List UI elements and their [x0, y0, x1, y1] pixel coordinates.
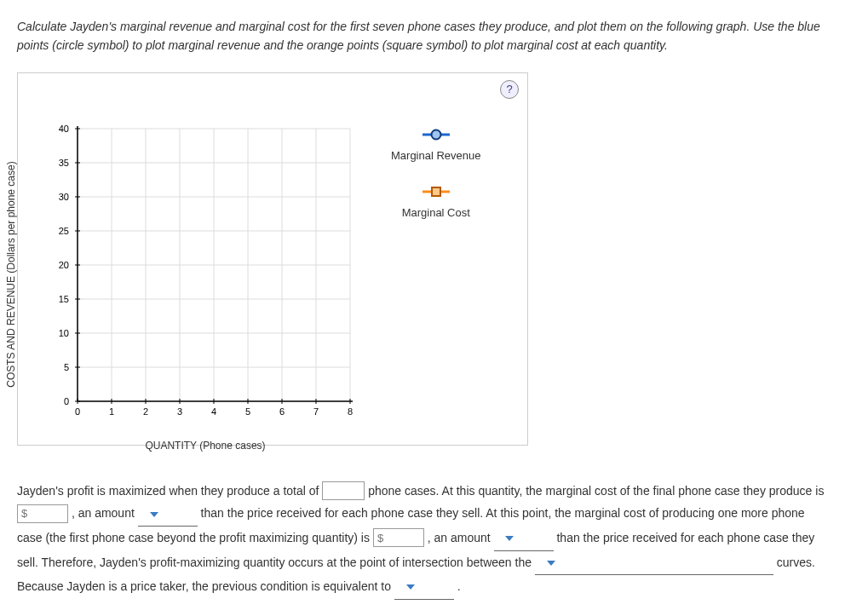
- svg-text:30: 30: [59, 192, 69, 202]
- axis-ticks: [75, 129, 350, 404]
- graph-panel: ? COSTS AND REVENUE (Dollars per phone c…: [17, 72, 528, 446]
- svg-text:40: 40: [59, 124, 69, 134]
- qtext-2: phone cases. At this quantity, the margi…: [368, 484, 824, 498]
- legend-item-mc[interactable]: Marginal Cost: [391, 186, 481, 219]
- legend-label-mr: Marginal Revenue: [391, 149, 481, 162]
- help-button[interactable]: ?: [500, 80, 519, 99]
- dropdown-condition[interactable]: [394, 575, 454, 600]
- x-tick-labels: 0 1 2 3 4 5 6 7 8: [75, 406, 353, 417]
- svg-text:0: 0: [75, 406, 80, 417]
- square-icon: [419, 186, 453, 198]
- legend-item-mr[interactable]: Marginal Revenue: [391, 129, 481, 162]
- mc-final-input[interactable]: [17, 504, 68, 523]
- dropdown-amount-2[interactable]: [494, 527, 554, 551]
- svg-text:2: 2: [143, 406, 148, 417]
- legend: Marginal Revenue Marginal Cost: [391, 129, 481, 243]
- instructions-text: Calculate Jayden's marginal revenue and …: [17, 17, 828, 55]
- svg-text:5: 5: [64, 362, 69, 372]
- svg-text:6: 6: [279, 406, 285, 417]
- svg-point-57: [431, 130, 440, 139]
- svg-text:25: 25: [59, 226, 69, 236]
- svg-text:20: 20: [59, 260, 69, 270]
- x-axis-label: QUANTITY (Phone cases): [145, 440, 265, 452]
- y-axis-label: COSTS AND REVENUE (Dollars per phone cas…: [5, 162, 17, 388]
- quantity-input[interactable]: [322, 481, 365, 500]
- svg-text:15: 15: [59, 294, 69, 304]
- svg-text:0: 0: [64, 396, 69, 406]
- chevron-down-icon: [150, 512, 158, 517]
- svg-text:4: 4: [211, 406, 216, 417]
- svg-text:35: 35: [59, 158, 69, 168]
- dropdown-curves[interactable]: [535, 551, 773, 576]
- chart-svg[interactable]: 0 5 10 15 20 25 30 35 40 0 1 2 3 4: [26, 120, 367, 427]
- svg-text:5: 5: [245, 406, 250, 417]
- y-tick-labels: 0 5 10 15 20 25 30 35 40: [59, 124, 69, 406]
- dropdown-amount-1[interactable]: [138, 502, 198, 527]
- svg-rect-59: [432, 187, 440, 196]
- chevron-down-icon: [406, 584, 415, 590]
- circle-icon: [419, 129, 453, 141]
- qtext-8: .: [457, 579, 461, 593]
- legend-label-mc: Marginal Cost: [391, 206, 481, 219]
- mc-next-input[interactable]: [373, 528, 424, 547]
- svg-text:1: 1: [109, 406, 114, 417]
- question-paragraph: Jayden's profit is maximized when they p…: [17, 480, 828, 600]
- qtext-1: Jayden's profit is maximized when they p…: [17, 484, 322, 498]
- svg-text:8: 8: [348, 406, 353, 417]
- chart-area[interactable]: COSTS AND REVENUE (Dollars per phone cas…: [26, 120, 367, 429]
- qtext-3: , an amount: [72, 506, 138, 520]
- svg-text:7: 7: [313, 406, 319, 417]
- svg-text:3: 3: [177, 406, 182, 417]
- axes: [78, 126, 353, 401]
- svg-text:10: 10: [59, 328, 69, 338]
- gridlines: [78, 129, 350, 401]
- chevron-down-icon: [505, 536, 514, 541]
- qtext-5: , an amount: [428, 531, 494, 544]
- chevron-down-icon: [547, 561, 555, 566]
